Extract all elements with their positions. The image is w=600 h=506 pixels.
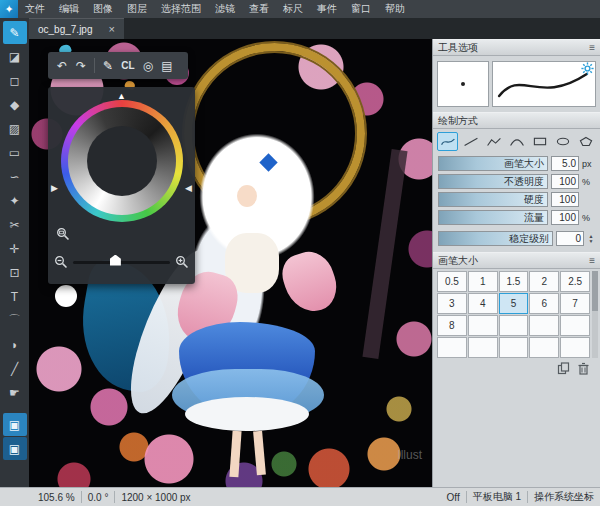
brush-size-cell[interactable]: 2.5 — [560, 271, 590, 292]
brush-size-cell[interactable]: 6 — [529, 293, 559, 314]
tool-gradient[interactable]: ▨ — [3, 117, 27, 140]
menu-item-image[interactable]: 图像 — [86, 0, 120, 18]
tool-pen-square[interactable]: ◻ — [3, 69, 27, 92]
document-tab[interactable]: oc_bg_7.jpg × — [29, 18, 124, 39]
zoom-level[interactable]: 105.6 % — [32, 492, 81, 503]
brush-grid-scrollbar[interactable] — [592, 271, 598, 358]
brush-size-cell[interactable] — [560, 337, 590, 358]
flow-slider[interactable]: 流量 — [438, 210, 548, 225]
tool-eraser[interactable]: ◪ — [3, 45, 27, 68]
brush-size-cell[interactable] — [499, 337, 529, 358]
opacity-slider[interactable]: 不透明度 — [438, 174, 548, 189]
tool-divide[interactable]: ╱ — [3, 357, 27, 380]
menu-item-ruler[interactable]: 标尺 — [276, 0, 310, 18]
brush-size-cell[interactable]: 1 — [468, 271, 498, 292]
menu-item-filter[interactable]: 滤镜 — [208, 0, 242, 18]
crosshair-icon[interactable]: ◎ — [140, 59, 156, 73]
rotation-angle[interactable]: 0.0 ° — [82, 492, 115, 503]
menu-item-event[interactable]: 事件 — [310, 0, 344, 18]
redo-icon[interactable]: ↷ — [73, 59, 89, 73]
zoom-fit-icon[interactable] — [56, 227, 70, 241]
coordinate-mode[interactable]: 操作系统坐标 — [528, 490, 600, 504]
pen-pressure-status[interactable]: Off — [441, 492, 466, 503]
brush-size-cell[interactable]: 7 — [560, 293, 590, 314]
brush-size-value[interactable]: 5.0 — [551, 156, 579, 171]
tool-select-rect[interactable]: ▭ — [3, 141, 27, 164]
brush-grid-scroll-thumb[interactable] — [592, 271, 598, 311]
brush-size-cell[interactable]: 0.5 — [437, 271, 467, 292]
brush-size-slider[interactable]: 画笔大小 — [438, 156, 548, 171]
tool-eyedropper[interactable]: ◗ — [3, 333, 27, 356]
delete-brush-icon[interactable] — [577, 362, 590, 375]
tool-lasso[interactable]: ∽ — [3, 165, 27, 188]
hue-ring[interactable] — [61, 100, 183, 222]
brush-size-cell[interactable]: 1.5 — [499, 271, 529, 292]
draw-mode-rect[interactable] — [529, 132, 550, 151]
screen-mode-icon[interactable]: ▤ — [159, 59, 175, 73]
tool-bucket[interactable]: ◆ — [3, 93, 27, 116]
undo-icon[interactable]: ↶ — [54, 59, 70, 73]
tool-magic-wand[interactable]: ✦ — [3, 189, 27, 212]
draw-mode-freehand[interactable] — [437, 132, 458, 151]
duplicate-brush-icon[interactable] — [557, 362, 570, 375]
brush-size-cell[interactable]: 4 — [468, 293, 498, 314]
brush-size-panel-header: 画笔大小 ≡ — [433, 252, 600, 269]
brush-size-cell[interactable] — [437, 337, 467, 358]
draw-mode-ellipse[interactable] — [552, 132, 573, 151]
zoom-out-icon[interactable] — [54, 255, 68, 269]
app-logo-icon[interactable]: ✦ — [0, 0, 18, 18]
menu-item-layer[interactable]: 图层 — [120, 0, 154, 18]
brush-size-cell[interactable] — [468, 315, 498, 336]
draw-mode-polygon[interactable] — [575, 132, 596, 151]
draw-mode-line[interactable] — [460, 132, 481, 151]
brush-size-cell[interactable]: 2 — [529, 271, 559, 292]
hardness-slider[interactable]: 硬度 — [438, 192, 548, 207]
tool-move[interactable]: ✛ — [3, 237, 27, 260]
tool-transform[interactable]: ⊡ — [3, 261, 27, 284]
tool-options-header: 工具选项 ≡ — [433, 39, 600, 56]
nav-right-icon[interactable]: ◀ — [185, 183, 192, 193]
hardness-value[interactable]: 100 — [551, 192, 579, 207]
menu-item-edit[interactable]: 编辑 — [52, 0, 86, 18]
tool-options-menu-icon[interactable]: ≡ — [589, 40, 595, 55]
clear-button[interactable]: CL — [119, 60, 137, 71]
brightness-ring[interactable] — [68, 107, 176, 215]
draw-mode-polyline[interactable] — [483, 132, 504, 151]
tool-text[interactable]: T — [3, 285, 27, 308]
wheel-pointer-icon[interactable]: ▲ — [117, 91, 126, 101]
gear-icon[interactable] — [581, 62, 594, 75]
brush-size-cell-selected[interactable]: 5 — [499, 293, 529, 314]
brush-size-cell[interactable]: 8 — [437, 315, 467, 336]
tool-brush[interactable]: ✎ — [3, 21, 27, 44]
zoom-in-icon[interactable] — [175, 255, 189, 269]
zoom-slider[interactable] — [73, 261, 170, 264]
brush-panel-menu-icon[interactable]: ≡ — [589, 253, 595, 268]
brush-size-cell[interactable] — [529, 315, 559, 336]
flow-value[interactable]: 100 — [551, 210, 579, 225]
tablet-mode[interactable]: 平板电脑 1 — [467, 490, 527, 504]
stabilizer-value[interactable]: 0 — [556, 231, 584, 246]
pen-icon[interactable]: ✎ — [100, 59, 116, 73]
zoom-slider-handle[interactable] — [110, 255, 121, 266]
menu-item-help[interactable]: 帮助 — [378, 0, 412, 18]
menu-item-view[interactable]: 查看 — [242, 0, 276, 18]
tool-curve[interactable]: ⌒ — [3, 309, 27, 332]
brush-size-cell[interactable]: 3 — [437, 293, 467, 314]
tool-scissors[interactable]: ✂ — [3, 213, 27, 236]
stabilizer-slider[interactable]: 稳定级别 — [438, 231, 553, 246]
menu-item-select[interactable]: 选择范围 — [154, 0, 208, 18]
brush-size-cell[interactable] — [529, 337, 559, 358]
draw-mode-bezier[interactable] — [506, 132, 527, 151]
brush-size-cell[interactable] — [468, 337, 498, 358]
menu-item-window[interactable]: 窗口 — [344, 0, 378, 18]
spinner-down-icon[interactable]: ▼ — [587, 239, 595, 244]
brush-size-cell[interactable] — [560, 315, 590, 336]
tool-hand[interactable]: ☛ — [3, 381, 27, 404]
nav-left-icon[interactable]: ▶ — [51, 183, 58, 193]
tab-close-icon[interactable]: × — [109, 23, 115, 35]
tool-panel-snap-2[interactable]: ▣ — [3, 437, 27, 460]
menu-item-file[interactable]: 文件 — [18, 0, 52, 18]
brush-size-cell[interactable] — [499, 315, 529, 336]
tool-panel-snap-1[interactable]: ▣ — [3, 413, 27, 436]
opacity-value[interactable]: 100 — [551, 174, 579, 189]
